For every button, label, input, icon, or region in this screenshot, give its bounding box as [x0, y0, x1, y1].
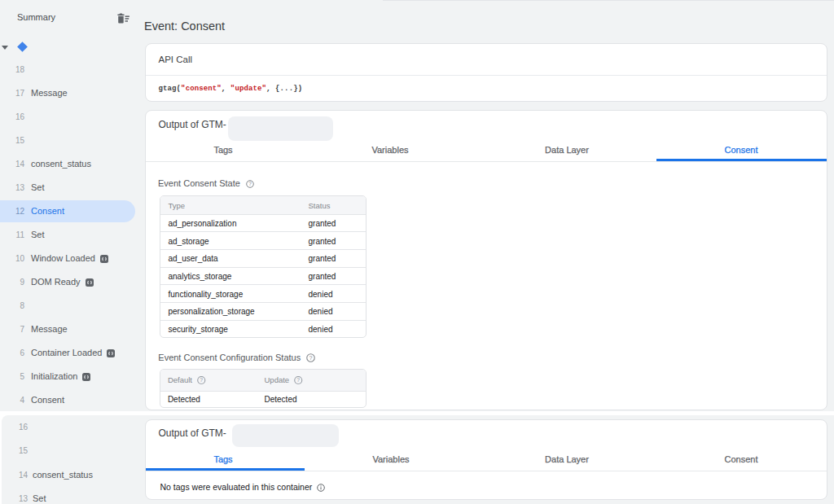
svg-text:?: ?	[296, 377, 300, 383]
svg-text:?: ?	[248, 181, 252, 186]
svg-text:?: ?	[200, 377, 203, 383]
svg-text:?: ?	[309, 355, 313, 362]
